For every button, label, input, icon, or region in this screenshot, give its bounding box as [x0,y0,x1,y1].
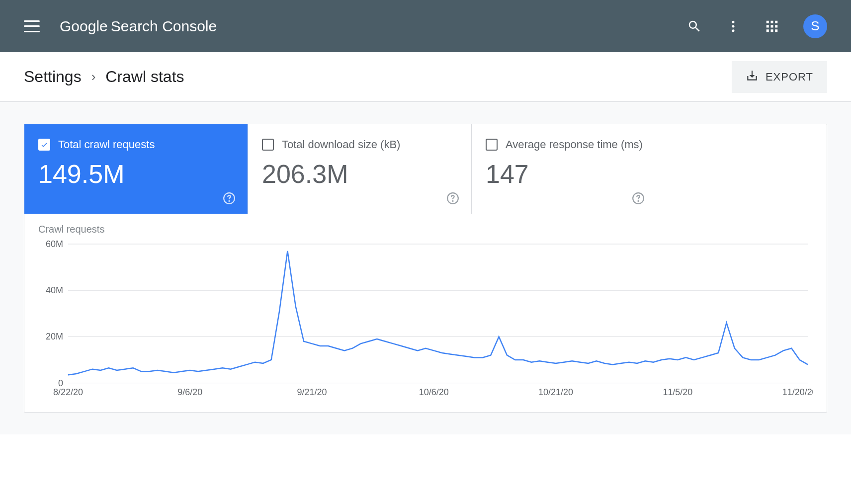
chevron-right-icon: › [91,69,96,84]
svg-point-17 [638,201,638,201]
svg-text:9/21/20: 9/21/20 [297,387,327,397]
svg-text:8/22/20: 8/22/20 [53,387,83,397]
metric-value: 149.5M [38,159,234,189]
metric-value: 147 [486,159,643,189]
chart-title: Crawl requests [38,224,813,235]
help-icon[interactable] [446,192,459,205]
logo-google: Google [60,18,108,35]
breadcrumb-current: Crawl stats [105,68,184,86]
breadcrumb-parent[interactable]: Settings [24,68,82,86]
checkbox-icon [262,139,274,151]
svg-text:40M: 40M [46,285,63,295]
chart-section: Crawl requests 020M40M60M8/22/209/6/209/… [24,214,827,412]
help-icon[interactable] [632,192,645,205]
svg-rect-9 [766,29,769,32]
app-header: Google Search Console S [0,0,851,52]
svg-rect-6 [766,25,769,27]
checkbox-icon [38,139,50,151]
svg-text:10/21/20: 10/21/20 [538,387,573,397]
svg-rect-4 [771,20,773,23]
svg-text:60M: 60M [46,239,63,249]
svg-point-2 [732,29,735,32]
svg-point-13 [229,201,229,201]
svg-point-15 [452,201,453,201]
logo-product: Search Console [111,18,217,35]
svg-point-0 [732,20,735,23]
metric-value: 206.3M [262,159,457,189]
svg-rect-8 [775,25,777,27]
svg-text:9/6/20: 9/6/20 [177,387,202,397]
subheader: Settings › Crawl stats EXPORT [0,52,851,102]
crawl-stats-card: Total crawl requests 149.5M Total downlo… [24,124,827,413]
svg-rect-3 [766,20,769,23]
apps-icon[interactable] [765,19,779,34]
metric-total-download-size[interactable]: Total download size (kB) 206.3M [248,124,472,214]
checkbox-icon [486,139,498,151]
metric-label: Total crawl requests [58,138,155,151]
avatar-letter: S [811,18,819,34]
product-logo: Google Search Console [60,18,217,35]
svg-text:11/5/20: 11/5/20 [663,387,692,397]
breadcrumb: Settings › Crawl stats [24,68,184,86]
header-right: S [687,14,827,38]
export-label: EXPORT [766,71,813,84]
export-button[interactable]: EXPORT [732,61,827,93]
metric-total-crawl-requests[interactable]: Total crawl requests 149.5M [24,124,248,214]
content: Total crawl requests 149.5M Total downlo… [0,102,851,434]
crawl-requests-chart: 020M40M60M8/22/209/6/209/21/2010/6/2010/… [38,239,813,398]
metric-label: Average response time (ms) [506,138,643,151]
help-icon[interactable] [223,192,236,205]
svg-text:10/6/20: 10/6/20 [419,387,449,397]
svg-point-1 [732,25,735,27]
metric-average-response-time[interactable]: Average response time (ms) 147 [472,124,657,214]
search-icon[interactable] [687,19,702,34]
svg-rect-11 [775,29,777,32]
header-left: Google Search Console [24,18,217,35]
download-icon [746,69,759,85]
metrics-row: Total crawl requests 149.5M Total downlo… [24,124,827,214]
menu-icon[interactable] [24,20,40,32]
svg-text:11/20/20: 11/20/20 [782,387,813,397]
more-vert-icon[interactable] [726,19,741,34]
svg-rect-10 [771,29,773,32]
avatar[interactable]: S [803,14,827,38]
svg-text:20M: 20M [46,332,63,341]
svg-rect-5 [775,20,777,23]
metric-label: Total download size (kB) [282,138,400,151]
svg-rect-7 [771,25,773,27]
